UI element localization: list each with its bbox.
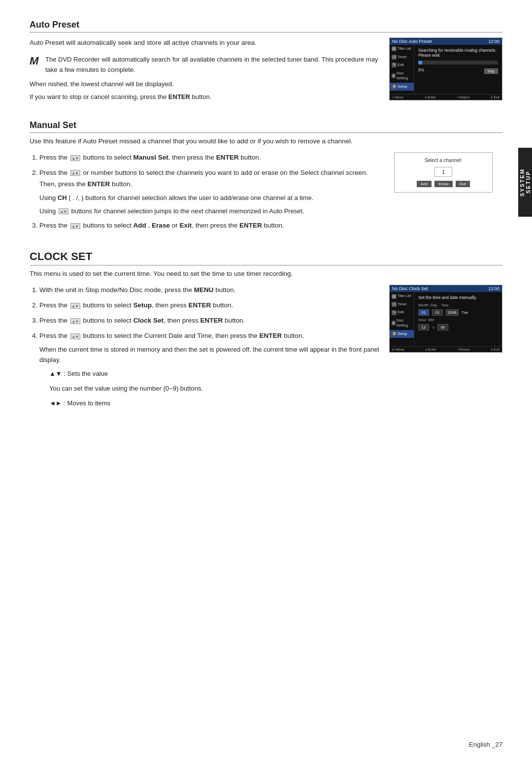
- osd-progress-bar: [418, 61, 498, 65]
- min-label: Min: [428, 318, 434, 322]
- auto-preset-section: Auto Preset Auto Preset will automatical…: [30, 20, 502, 105]
- manual-set-section: Manual Set Use this feature if Auto Pres…: [30, 120, 502, 235]
- osd-footer: > Move s Enter r Return e Exit: [390, 94, 502, 100]
- clock-osd-disc: ●Disc Setting: [390, 317, 414, 330]
- clock-titlelist-icon: ▤: [392, 294, 397, 299]
- clock-sub-1: ▲▼ : Sets the value: [49, 368, 379, 379]
- osd-progress-fill: [418, 61, 422, 65]
- clock-sub-list: ▲▼ : Sets the value You can set the valu…: [49, 368, 379, 409]
- enter-bold-1: ENTER: [216, 154, 239, 161]
- osd-footer-enter: s Enter: [425, 96, 435, 99]
- day-field[interactable]: 01: [432, 309, 443, 316]
- auto-preset-step1: When nished, the lowest channel will be …: [30, 79, 379, 90]
- enter-bold: ENTER: [168, 93, 190, 100]
- titlelist-icon: ▤: [392, 46, 397, 51]
- clock-set-intro: This menu is used to set the current tim…: [30, 268, 502, 280]
- channel-select-box: Select a channel: 1 Add Erase Exit: [394, 152, 493, 193]
- leftright-icon: ◄►: [49, 399, 62, 407]
- hour-label: Hour: [418, 318, 426, 322]
- osd-item-edit: ✎Edit: [390, 61, 414, 69]
- disc-icon: ●: [392, 73, 396, 78]
- arrow-icon-2: ▲▼: [70, 170, 80, 176]
- setup-icon: ⚙: [392, 84, 397, 89]
- osd-item-disc: ●Disc Setting: [390, 69, 414, 83]
- year-field[interactable]: 2008: [446, 309, 459, 316]
- osd-item-titlelist: ▤Title List: [390, 45, 414, 53]
- channel-select-box-container: Select a channel: 1 Add Erase Exit: [394, 152, 502, 193]
- clock-set-content: With the unit in Stop mode/No Disc mode,…: [30, 285, 502, 413]
- osd-item-setup: ⚙Setup: [390, 83, 414, 91]
- arrow-icon-3: ▲▼: [59, 208, 68, 214]
- exit-bold: Exit: [179, 222, 192, 229]
- clock-osd-main: Set the time and date manually. Month Da…: [414, 292, 502, 346]
- edit-icon: ✎: [392, 63, 397, 67]
- clock-footer-exit: e Exit: [491, 348, 499, 351]
- clock-osd-footer: m Move s Enter r Return e Exit: [390, 346, 502, 352]
- clock-set-title: CLOCK SET: [30, 250, 502, 265]
- clock-footer-enter: s Enter: [426, 348, 436, 351]
- day-label: Day: [431, 303, 437, 307]
- min-field[interactable]: 00: [437, 324, 448, 330]
- clock-set-steps: With the unit in Stop mode/No Disc mode,…: [30, 285, 379, 413]
- clock-setup-icon: ⚙: [392, 331, 397, 336]
- osd-header-left: No Disc Auto Preset: [392, 39, 432, 44]
- auto-preset-content: Auto Preset will automatically seek and …: [30, 37, 379, 105]
- osd-header: No Disc Auto Preset 12:00: [390, 38, 502, 45]
- clock-osd-header: No Disc Clock Set 12:00: [390, 285, 502, 292]
- clock-date-row: 01 01 2008 Tue: [418, 309, 498, 316]
- sub-note-ch: Using CH ( . /, ) buttons for channel se…: [39, 193, 384, 203]
- clock-osd-sidebar: ▤Title List ◷Timer ✎Edit ●Disc Setting: [390, 292, 414, 346]
- manual-set-list: Press the ▲▼ buttons to select Manusl Se…: [39, 152, 384, 231]
- clock-osd-edit: ✎Edit: [390, 308, 414, 317]
- clock-set-list: With the unit in Stop mode/No Disc mode,…: [39, 285, 379, 409]
- setup-bold: Setup: [133, 301, 152, 309]
- osd-progress-label: 5: [418, 67, 421, 72]
- auto-preset-step2: If you want to stop or cancel scanning, …: [30, 92, 379, 102]
- add-button[interactable]: Add: [417, 181, 432, 187]
- enter-bold-3: ENTER: [239, 222, 262, 229]
- manusl-set-bold: Manusl Set: [133, 154, 168, 161]
- enter-bold-2: ENTER: [88, 180, 110, 188]
- osd-footer-move: > Move: [392, 96, 403, 99]
- auto-preset-osd: No Disc Auto Preset 12:00 ▤Title List ◷T…: [389, 37, 502, 100]
- auto-preset-title: Auto Preset: [30, 20, 502, 33]
- clock-sub-3: ◄► : Moves to items: [49, 398, 379, 409]
- manual-step-1: Press the ▲▼ buttons to select Manusl Se…: [39, 152, 384, 164]
- month-field[interactable]: 01: [418, 309, 429, 316]
- osd-footer-return: r Return: [457, 96, 469, 99]
- osd-header-right: 12:00: [488, 39, 499, 44]
- clock-sub-2: You can set the value using the number (…: [49, 383, 379, 394]
- day-name-field: Tue: [462, 310, 468, 315]
- erase-bold: Erase: [152, 222, 170, 229]
- clock-osd-menu: ▤Title List ◷Timer ✎Edit ●Disc Setting: [390, 292, 502, 346]
- clock-osd-title: Set the time and date manually.: [418, 295, 498, 300]
- osd-stop-btn[interactable]: Stop: [484, 68, 498, 74]
- arrow-icon-5: ▲▼: [70, 303, 80, 309]
- manual-step-2: Press the ▲▼ or number buttons to select…: [39, 167, 384, 216]
- timer-icon: ◷: [392, 55, 397, 60]
- channel-select-title: Select a channel:: [399, 158, 487, 163]
- osd-sidebar: ▤Title List ◷Timer ✎Edit ●Disc Setting: [390, 45, 414, 94]
- clock-osd-container: No Disc Clock Set 12:00 ▤Title List ◷Tim…: [389, 285, 502, 353]
- hour-field[interactable]: 12: [418, 324, 429, 330]
- clock-step-1: With the unit in Stop mode/No Disc mode,…: [39, 285, 379, 296]
- ch-bold: CH: [58, 194, 67, 201]
- updown-icon: ▲▼: [49, 370, 62, 377]
- osd-screen-auto: No Disc Auto Preset 12:00 ▤Title List ◷T…: [389, 37, 502, 100]
- manual-step-3: Press the ▲▼ buttons to select Add , Era…: [39, 220, 384, 231]
- note-m-icon: M: [30, 55, 39, 67]
- osd-searching-text: Searching for receivable Analog channels…: [418, 48, 498, 58]
- sub-note-buttons-text: buttons for channel selection jumps to t…: [71, 207, 304, 215]
- clock-osd-timer: ◷Timer: [390, 300, 414, 309]
- enter-bold-6: ENTER: [259, 332, 282, 339]
- page-footer: English _27: [469, 741, 502, 748]
- clock-disc-icon: ●: [392, 321, 396, 326]
- month-label: Month: [418, 303, 429, 307]
- channel-buttons-row: Add Erase Exit: [399, 181, 487, 187]
- clock-timer-icon: ◷: [392, 302, 397, 307]
- erase-button[interactable]: Erase: [434, 181, 453, 187]
- clock-edit-icon: ✎: [392, 310, 397, 315]
- exit-button[interactable]: Exit: [456, 181, 470, 187]
- clock-osd-screen: No Disc Clock Set 12:00 ▤Title List ◷Tim…: [389, 285, 502, 353]
- enter-bold-5: ENTER: [200, 317, 223, 324]
